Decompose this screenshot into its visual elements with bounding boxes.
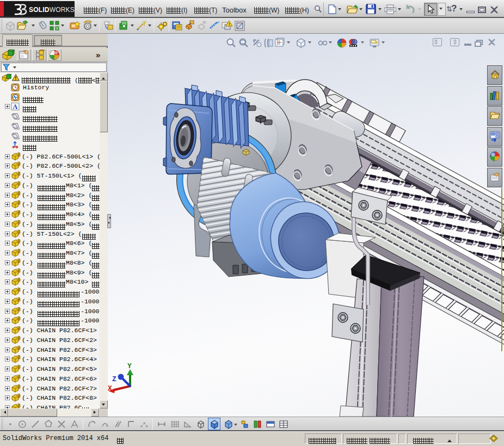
svg-text:A: A xyxy=(13,103,18,111)
svg-text:Y: Y xyxy=(127,362,132,370)
svg-text:!: ! xyxy=(229,22,230,27)
svg-text:Z: Z xyxy=(112,375,116,383)
svg-text:X: X xyxy=(108,384,112,393)
